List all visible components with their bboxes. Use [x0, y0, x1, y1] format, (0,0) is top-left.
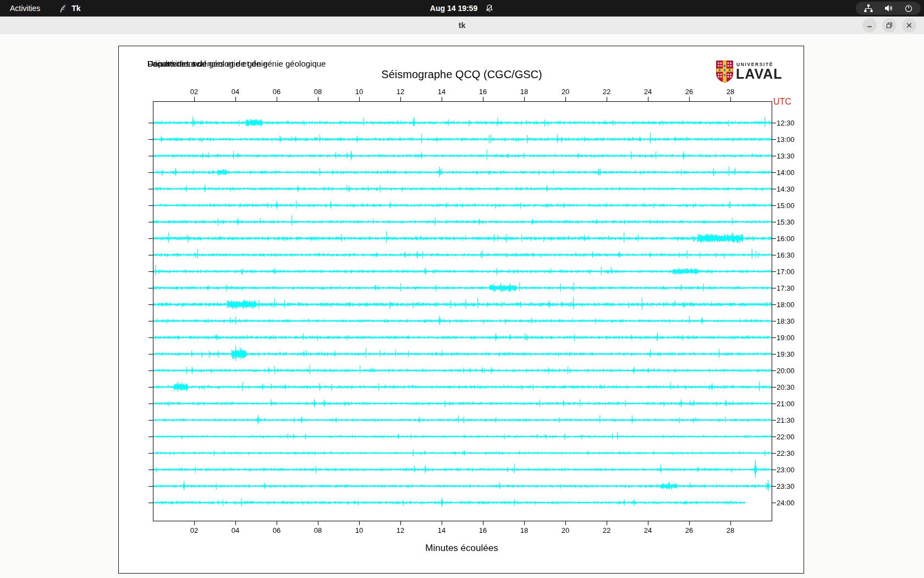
time-label: 21:30 [777, 416, 795, 424]
x-axis-label: Minutes écoulées [119, 543, 805, 554]
x-tick-label-top: 24 [644, 88, 652, 96]
x-tick-label-top: 08 [314, 88, 322, 96]
time-label: 21:00 [777, 400, 795, 408]
time-label: 14:00 [777, 168, 795, 177]
power-icon [904, 4, 913, 13]
x-tick-label-top: 16 [479, 88, 487, 96]
x-tick-label-top: 18 [520, 88, 528, 96]
time-label: 22:00 [777, 433, 795, 441]
plot-title: Séismographe QCQ (CGC/GSC) [119, 68, 805, 81]
time-label: 19:30 [777, 350, 795, 358]
time-label: 13:30 [777, 152, 795, 160]
x-tick-label-top: 10 [355, 88, 363, 96]
time-label: 20:30 [777, 383, 795, 391]
network-icon [864, 4, 873, 13]
x-tick-label-top: 28 [727, 88, 734, 96]
seismograph-frame: Département de géologie et de génie géol… [118, 46, 804, 574]
time-label: 24:00 [777, 499, 795, 507]
time-label: 12:30 [777, 119, 795, 127]
x-tick-label-bottom: 18 [520, 526, 528, 535]
x-tick-label-bottom: 08 [314, 526, 322, 535]
time-label: 22:30 [777, 449, 795, 457]
seismograph-canvas [119, 46, 804, 572]
maximize-button[interactable] [882, 18, 897, 32]
window-title: tk [459, 21, 465, 30]
notifications-bell-slash-icon [485, 4, 494, 13]
x-tick-label-bottom: 20 [562, 526, 569, 535]
time-label: 17:30 [777, 284, 795, 292]
x-tick-label-bottom: 26 [685, 526, 693, 535]
volume-icon [884, 4, 893, 12]
utc-label: UTC [773, 97, 791, 107]
time-label: 14:30 [777, 185, 795, 193]
time-label: 15:30 [777, 218, 795, 226]
tk-feather-icon [59, 4, 67, 13]
x-tick-label-bottom: 24 [644, 526, 652, 535]
x-tick-label-bottom: 14 [438, 526, 446, 535]
time-label: 13:00 [777, 135, 795, 144]
header-line-3: Université Laval [147, 58, 206, 69]
time-label: 18:30 [777, 317, 795, 325]
time-label: 16:00 [777, 235, 795, 243]
x-tick-label-bottom: 10 [355, 526, 363, 535]
x-tick-label-top: 14 [438, 88, 446, 96]
x-tick-label-top: 04 [232, 88, 239, 96]
x-tick-label-bottom: 28 [727, 526, 734, 535]
x-tick-label-bottom: 06 [273, 526, 280, 535]
app-menu-label: Tk [72, 4, 80, 13]
time-label: 23:00 [777, 466, 795, 474]
time-label: 19:00 [777, 334, 795, 342]
x-tick-label-top: 12 [397, 88, 404, 96]
clock[interactable]: Aug 14 19:59 [430, 4, 477, 13]
activities-button[interactable]: Activities [10, 4, 40, 13]
x-tick-label-bottom: 12 [397, 526, 404, 535]
time-label: 16:30 [777, 251, 795, 259]
x-tick-label-top: 26 [685, 88, 693, 96]
time-label: 18:00 [777, 301, 795, 309]
time-label: 23:30 [777, 482, 795, 490]
top-bar: Activities Tk Aug 14 19:59 [0, 0, 924, 17]
x-tick-label-bottom: 02 [190, 526, 198, 535]
minimize-button[interactable] [862, 18, 877, 32]
x-tick-label-bottom: 16 [479, 526, 487, 535]
close-button[interactable] [902, 18, 916, 32]
x-tick-label-top: 06 [273, 88, 280, 96]
x-tick-label-top: 22 [603, 88, 610, 96]
logo-laval-text: LAVAL [736, 66, 783, 82]
time-label: 20:00 [777, 367, 795, 375]
x-tick-label-top: 20 [562, 88, 569, 96]
time-label: 15:00 [777, 201, 795, 210]
window-content: Département de géologie et de génie géol… [0, 34, 924, 578]
window-titlebar: tk [0, 17, 924, 35]
laval-logo: UNIVERSITÉ LAVAL [716, 59, 804, 87]
system-tray[interactable] [856, 2, 921, 15]
app-menu[interactable]: Tk [59, 4, 80, 13]
time-label: 17:00 [777, 268, 795, 276]
x-tick-label-top: 02 [190, 88, 198, 96]
x-tick-label-bottom: 22 [603, 526, 610, 535]
x-tick-label-bottom: 04 [232, 526, 239, 535]
